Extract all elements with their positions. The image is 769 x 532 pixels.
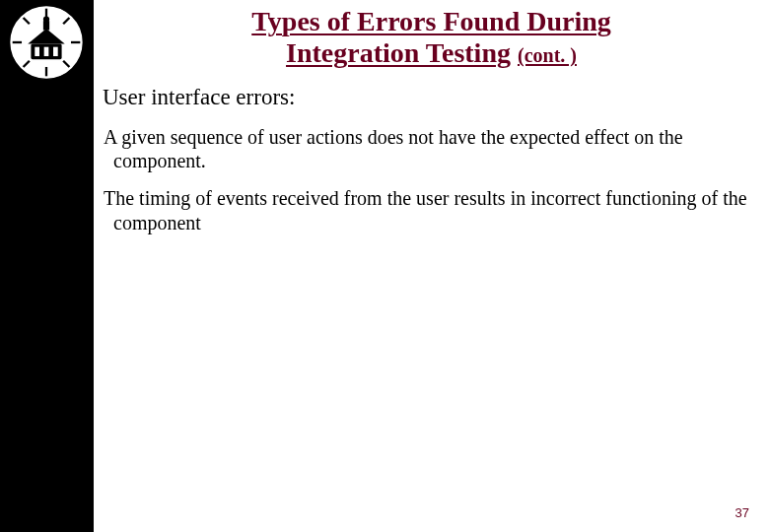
svg-point-3: [43, 16, 49, 22]
title-line-2: Integration Testing (cont. ): [104, 37, 759, 69]
page-number: 37: [735, 505, 749, 520]
bullet-heading: User interface errors:: [103, 84, 295, 111]
slide-content: User interface errors: A given sequence …: [94, 84, 751, 234]
svg-rect-6: [53, 47, 58, 56]
title-main-text: Integration Testing: [286, 37, 511, 68]
slide-title: Types of Errors Found During Integration…: [94, 6, 769, 69]
svg-rect-4: [35, 47, 39, 56]
bullet-icon: [79, 91, 93, 104]
svg-rect-5: [44, 47, 49, 56]
paragraph-2: The timing of events received from the u…: [113, 186, 751, 234]
paragraph-1: A given sequence of user actions does no…: [113, 125, 751, 173]
bullet-item: User interface errors:: [79, 84, 751, 111]
title-cont-text: (cont. ): [518, 44, 577, 66]
university-logo: [8, 4, 85, 81]
title-line-1: Types of Errors Found During: [104, 6, 759, 37]
